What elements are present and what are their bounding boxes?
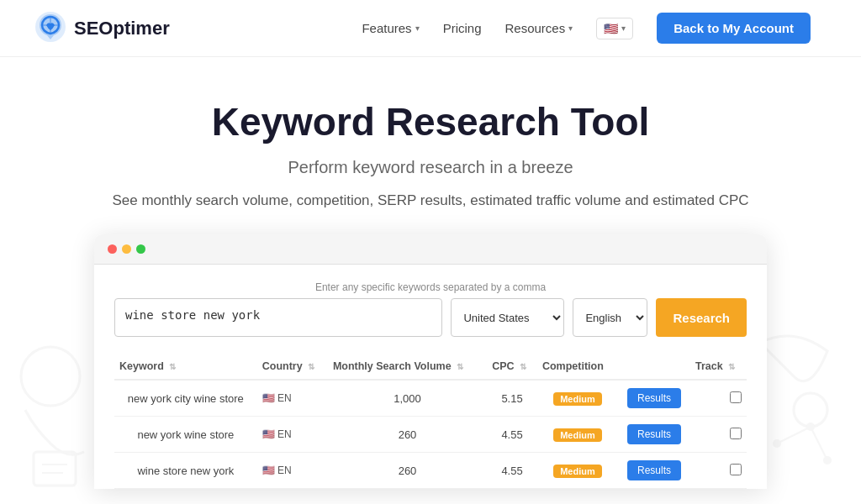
- cell-cpc: 5.15: [487, 380, 537, 417]
- browser-mockup: Enter any specific keywords separated by…: [94, 234, 767, 489]
- dot-green: [136, 244, 145, 254]
- nav-features[interactable]: Features ▾: [362, 21, 419, 35]
- cell-track: [690, 380, 747, 417]
- table-row: new york city wine store 🇺🇸 EN 1,000 5.1…: [114, 380, 747, 417]
- logo-icon: [34, 10, 67, 47]
- cell-country: 🇺🇸 EN: [257, 417, 328, 453]
- tool-body: Enter any specific keywords separated by…: [94, 265, 767, 489]
- track-checkbox[interactable]: [730, 464, 742, 475]
- col-action: [618, 354, 690, 380]
- sort-icon: ⇅: [308, 362, 314, 371]
- track-checkbox[interactable]: [730, 428, 742, 439]
- col-competition: Competition: [537, 354, 618, 380]
- hero-section: Keyword Research Tool Perform keyword re…: [0, 57, 861, 504]
- results-table: Keyword ⇅ Country ⇅ Monthly Search Volum…: [114, 354, 747, 489]
- cell-keyword: new york wine store: [114, 417, 257, 453]
- sort-icon: ⇅: [169, 362, 176, 371]
- cell-volume: 260: [328, 417, 487, 453]
- cell-volume: 260: [328, 453, 487, 489]
- col-volume: Monthly Search Volume ⇅: [328, 354, 487, 380]
- search-row: United States United Kingdom Canada Aust…: [114, 298, 747, 337]
- cell-cpc: 4.55: [487, 417, 537, 453]
- logo[interactable]: SEOptimer: [34, 10, 170, 47]
- results-button[interactable]: Results: [627, 460, 681, 480]
- nav-pricing[interactable]: Pricing: [443, 21, 482, 35]
- track-checkbox[interactable]: [730, 391, 742, 403]
- chevron-down-icon: ▾: [621, 24, 626, 33]
- logo-text: SEOptimer: [74, 18, 170, 39]
- navbar: SEOptimer Features ▾ Pricing Resources ▾…: [0, 0, 861, 57]
- cell-cpc: 4.55: [487, 453, 537, 489]
- cell-country: 🇺🇸 EN: [257, 380, 328, 417]
- chevron-down-icon: ▾: [415, 24, 420, 33]
- cell-competition: Medium: [537, 453, 618, 489]
- table-row: new york wine store 🇺🇸 EN 260 4.55 Mediu…: [114, 417, 747, 453]
- cell-volume: 1,000: [328, 380, 487, 417]
- cell-keyword: new york city wine store: [114, 380, 257, 417]
- dot-red: [108, 244, 117, 254]
- language-selector[interactable]: 🇺🇸 ▾: [596, 18, 633, 39]
- results-button[interactable]: Results: [627, 424, 681, 444]
- nav-resources[interactable]: Resources ▾: [504, 21, 573, 35]
- research-button[interactable]: Research: [656, 298, 747, 337]
- cell-competition: Medium: [537, 417, 618, 453]
- chevron-down-icon: ▾: [568, 24, 573, 33]
- cell-track: [690, 417, 747, 453]
- hero-subtitle: Perform keyword research in a breeze: [17, 158, 844, 177]
- cell-action[interactable]: Results: [618, 417, 690, 453]
- cell-action[interactable]: Results: [618, 380, 690, 417]
- sort-icon: ⇅: [728, 362, 735, 371]
- hero-description: See monthly search volume, competition, …: [94, 192, 767, 209]
- page-container: Keyword Research Tool Perform keyword re…: [0, 57, 861, 504]
- keyword-input[interactable]: [114, 298, 442, 337]
- country-select[interactable]: United States United Kingdom Canada Aust…: [451, 298, 564, 337]
- col-country: Country ⇅: [257, 354, 328, 380]
- language-select[interactable]: English Spanish French: [573, 298, 647, 337]
- nav-links: Features ▾ Pricing Resources ▾ 🇺🇸 ▾ Back…: [362, 13, 811, 44]
- table-row: wine store new york 🇺🇸 EN 260 4.55 Mediu…: [114, 453, 747, 489]
- sort-icon: ⇅: [457, 362, 463, 371]
- cell-action[interactable]: Results: [618, 453, 690, 489]
- cell-track: [690, 453, 747, 489]
- results-button[interactable]: Results: [627, 388, 681, 408]
- cell-country: 🇺🇸 EN: [257, 453, 328, 489]
- sort-icon: ⇅: [520, 362, 526, 371]
- dot-yellow: [122, 244, 131, 254]
- cell-competition: Medium: [537, 380, 618, 417]
- col-cpc: CPC ⇅: [487, 354, 537, 380]
- col-track: Track ⇅: [690, 354, 747, 380]
- cell-keyword: wine store new york: [114, 453, 257, 489]
- page-title: Keyword Research Tool: [17, 99, 844, 144]
- browser-bar: [94, 234, 767, 265]
- input-label: Enter any specific keywords separated by…: [114, 281, 747, 293]
- flag-icon: 🇺🇸: [604, 22, 618, 35]
- col-keyword: Keyword ⇅: [114, 354, 257, 380]
- back-to-account-button[interactable]: Back to My Account: [657, 13, 811, 44]
